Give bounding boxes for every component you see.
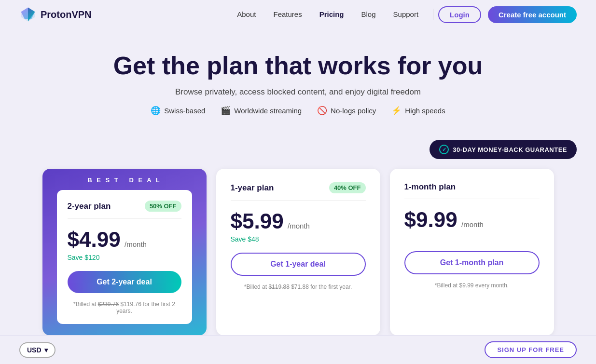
get-1year-deal-button[interactable]: Get 1-year deal [231,253,366,276]
nav-divider [433,9,433,20]
badge-nologs-text: No-logs policy [331,107,376,115]
pricing-cards: B E S T D E A L 2-year plan 50% OFF $4.9… [19,169,577,336]
hero-title: Get the plan that works for you [19,52,577,80]
price-save-1year: Save $48 [231,235,366,243]
billed-note-2year: *Billed at $239.76 $119.76 for the first… [68,301,181,314]
nav-item-blog[interactable]: Blog [361,10,376,19]
swiss-icon: 🌐 [151,106,161,116]
best-deal-label: B E S T D E A L [42,176,207,184]
logo[interactable]: ProtonVPN [19,6,92,23]
price-save-2year: Save $120 [68,254,181,261]
currency-value: USD [27,346,42,354]
price-main-1month: $9.99 [404,208,457,231]
price-section-2year: $4.99 /month Save $120 [68,228,181,261]
footer-bar: USD ▾ SIGN UP FOR FREE [0,335,596,364]
price-main-2year: $4.99 [68,228,121,251]
price-section-1month: $9.99 /month placeholder [404,208,540,242]
badge-streaming: 🎬 Worldwide streaming [221,106,302,116]
nav-item-features[interactable]: Features [273,10,302,19]
card-header-1year: 1-year plan 40% OFF [231,182,366,201]
card-inner-2year: 2-year plan 50% OFF $4.99 /month Save $1… [57,190,192,324]
card-header-1month: 1-month plan [404,182,540,199]
plan-name-2year: 2-year plan [68,202,111,211]
streaming-icon: 🎬 [221,106,231,116]
badge-speed-text: High speeds [405,107,445,115]
nav-item-pricing[interactable]: Pricing [319,10,344,19]
money-back-badge: ✓ 30-DAY MONEY-BACK GUARANTEE [430,140,577,159]
billed-prefix-1y: *Billed at [244,283,269,290]
price-period-1year: /month [288,222,310,230]
badge-swiss-text: Swiss-based [164,107,205,115]
money-back-label: 30-DAY MONEY-BACK GUARANTEE [453,146,567,153]
price-main-1year: $5.99 [231,209,284,233]
nologs-icon: 🚫 [317,106,327,116]
money-back-icon: ✓ [439,145,449,154]
billed-suffix-1year: for the first year. [310,283,352,290]
price-period-2year: /month [125,240,147,248]
billed-actual-1year: $71.88 [291,283,309,290]
navigation: ProtonVPN About Features Pricing Blog Su… [0,0,596,29]
price-period-1month: /month [461,220,484,229]
nav-item-support[interactable]: Support [393,10,419,19]
badge-nologs: 🚫 No-logs policy [317,106,376,116]
hero-subtitle: Browse privately, access blocked content… [19,87,577,97]
hero-badges: 🌐 Swiss-based 🎬 Worldwide streaming 🚫 No… [19,106,577,116]
price-section-1year: $5.99 /month Save $48 [231,209,366,243]
badge-speed: ⚡ High speeds [391,106,445,116]
get-2year-deal-button[interactable]: Get 2-year deal [68,271,181,293]
billed-strikethrough-2year: $239.76 [98,301,119,308]
plan-name-1year: 1-year plan [231,183,274,193]
chevron-down-icon: ▾ [44,346,48,354]
plan-card-2year: B E S T D E A L 2-year plan 50% OFF $4.9… [42,169,207,336]
nav-item-about[interactable]: About [237,10,256,19]
currency-select[interactable]: USD ▾ [19,342,55,358]
nav-links: About Features Pricing Blog Support [237,10,418,19]
hero-section: Get the plan that works for you Browse p… [0,29,596,125]
billed-strikethrough-1year: $119.88 [268,283,289,290]
badge-swiss: 🌐 Swiss-based [151,106,205,116]
logo-text: ProtonVPN [41,9,92,20]
billed-note-1month: *Billed at $9.99 every month. [404,282,540,289]
badge-streaming-text: Worldwide streaming [234,107,302,115]
logo-icon [19,6,37,23]
discount-badge-2year: 50% OFF [145,201,181,212]
discount-badge-1year: 40% OFF [329,182,366,193]
create-account-button[interactable]: Create free account [488,6,577,23]
login-button[interactable]: Login [438,6,481,23]
billed-prefix: *Billed at [73,301,98,308]
plan-card-1year: 1-year plan 40% OFF $5.99 /month Save $4… [216,169,380,336]
plan-card-1month: 1-month plan $9.99 /month placeholder Ge… [390,169,554,336]
billed-actual-2year: $119.76 [121,301,141,308]
billed-note-1year: *Billed at $119.88 $71.88 for the first … [231,283,366,290]
signup-free-button[interactable]: SIGN UP FOR FREE [485,341,577,358]
pricing-section: ✓ 30-DAY MONEY-BACK GUARANTEE B E S T D … [0,125,596,345]
card-header-2year: 2-year plan 50% OFF [68,201,181,219]
plan-name-1month: 1-month plan [404,182,456,192]
speed-icon: ⚡ [391,106,402,116]
get-1month-plan-button[interactable]: Get 1-month plan [404,251,540,274]
